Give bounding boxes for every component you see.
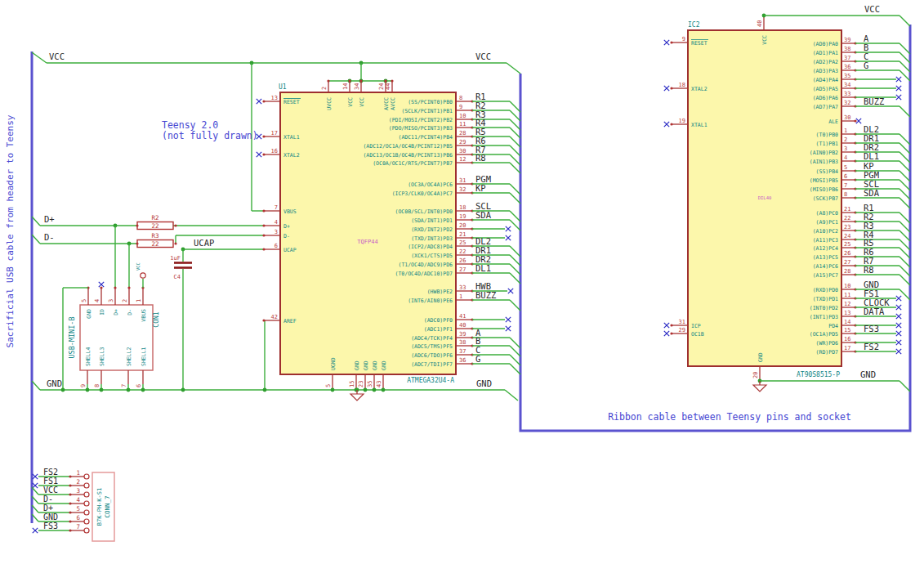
u1-pin-name: RESET [283,99,300,105]
u1-pin-number: 22 [459,248,466,255]
u1-pin-number: 27 [459,266,466,273]
u1-pin-name: AVCC [383,97,390,110]
ic2-pin-number: 40 [757,20,763,27]
bus-entry [510,255,520,266]
net-label-vcc: VCC [475,51,491,61]
junction-dot [263,388,267,392]
ic2-pin-name: (AD5)PA5 [813,86,838,92]
net-label-gnd: GND [476,378,492,388]
ic2-ref: IC2 [688,21,700,29]
bus-entry [510,137,520,147]
u1-pin-number: 6 [275,243,278,249]
net-label-dplus: D+ [44,214,55,224]
con1-ref: CON1 [153,311,160,327]
con1-pin-number: 1 [136,299,142,302]
u1-pin-name: (HWB)PE2 [427,289,453,295]
u1-pin-number: 23 [358,381,364,387]
bus-entry [899,52,910,63]
net-label-vcc: VCC [864,4,880,14]
bus-entry [510,300,520,311]
net-label-d+: D+ [43,504,53,513]
net-label-dl1: DL1 [475,263,491,273]
ic2-pin-name: (RXD)PD0 [813,287,838,293]
pin-terminal [327,79,329,82]
u1-pin-name: (ADC7/TDI)PF7 [411,361,453,368]
ic2-pin-name: (A8)PC0 [816,210,838,217]
u1-pin-name: (ADC13/OC1B/OC4B/PCINT13)PB6 [363,152,453,159]
ic2-pin-number: 22 [844,215,850,222]
u1-pin-number: 35 [367,381,373,387]
u1-pin-number: 24 [378,83,385,90]
ic2-pin-number: 13 [844,310,850,316]
ic2-pin-number: 12 [844,301,850,307]
u1-pin-number: 30 [459,148,466,154]
ic2-pin-number: 37 [844,55,850,61]
net-label-fs2: FS2 [43,468,58,477]
pin-terminal [136,242,138,244]
u1-pin-number: 36 [459,357,466,364]
ic2-pin-name: (A12)PC4 [813,245,838,252]
u1-pin-number: 16 [271,148,278,154]
conn7-pin-pad [84,474,89,479]
u1-footprint: TQFP44 [357,239,377,245]
c4-value: 1uF [170,255,181,262]
r3-resistor-value: 22 [151,240,158,248]
bus-entry [510,355,520,365]
ic2-pin-name: (AD6)PA6 [813,95,838,101]
sacrificial-note: Sacrificial USB cable from header to Tee… [5,114,16,347]
u1-pin-number: 31 [459,177,466,184]
r2-resistor-ref: R2 [151,214,158,222]
u1-pin-name: (ADC4/TCK)PF4 [411,335,453,342]
ic2-pin-number: 10 [844,283,850,289]
con1-value: USB-MINI-B [68,316,76,358]
ic2-pin-name: (A14)PC6 [813,263,838,270]
u1-pin-number: 33 [459,284,466,291]
u1-pin-name: (SDA/INT1)PD1 [411,217,453,224]
u1-pin-name: VBUS [283,208,297,215]
ic2-pin-name: (A9)PC1 [816,219,838,226]
net-label-fs2: FS2 [864,342,879,351]
ic2-pin-name: (TXD)PD1 [813,296,838,302]
gnd-symbol [753,385,766,392]
bus-entry [899,161,910,172]
bus-entry [510,211,520,222]
ic2-pin-number: 23 [844,224,850,231]
u1-pin-number: 39 [459,331,466,338]
ic2-pin-number: 24 [844,233,850,239]
net-label-sda: SDA [475,210,492,220]
conn7-pin-number: 1 [76,469,80,477]
con1-pin-name: SHELL2 [126,347,132,366]
ic2-pin-number: 5 [844,164,847,171]
ic2-pin-name: (A15)PC7 [813,272,838,279]
ic2-pin-name: XTAL2 [691,86,708,92]
ic2-pin-number: 11 [844,292,850,298]
u1-pin-number: 44 [385,83,391,90]
u1-pin-number: 40 [459,322,466,329]
bus-entry [899,289,910,300]
bus-entry [510,220,520,231]
net-label-gnd: GND [47,378,62,388]
u1-pin-name: (ADC0)PF0 [424,317,453,324]
con1-pin-name: ID [99,309,105,316]
junction-dot [127,388,131,392]
ic2-pin-number: 2 [844,137,847,143]
u1-pin-name: GND [363,360,369,370]
u1-pin-number: 3 [275,229,278,235]
ic2-pin-number: 7 [844,182,847,189]
conn7-value: B7K-PH-K-S1 [96,488,103,526]
u1-pin-name: XTAL2 [283,152,300,159]
u1-pin-name: (SCLK/PCINT1)PB1 [401,108,453,114]
u1-pin-name: (SS/PCINT0)PB0 [408,99,453,105]
bus-entry [510,264,520,275]
con1-pin-name: VBUS [141,309,147,322]
u1-pin-name: (RXD/INT2)PD2 [411,226,453,233]
ic2-pin-number: 25 [844,241,850,248]
ic2-pin-number: 8 [844,191,847,198]
bus-entry [505,390,518,401]
net-label-data: DATA [864,307,885,316]
bus-entry [899,70,910,81]
ic2-pin-number: 21 [844,206,850,213]
bus-entry [510,273,520,284]
pin-terminal [670,41,672,43]
u1-pin-number: 12 [459,156,466,163]
